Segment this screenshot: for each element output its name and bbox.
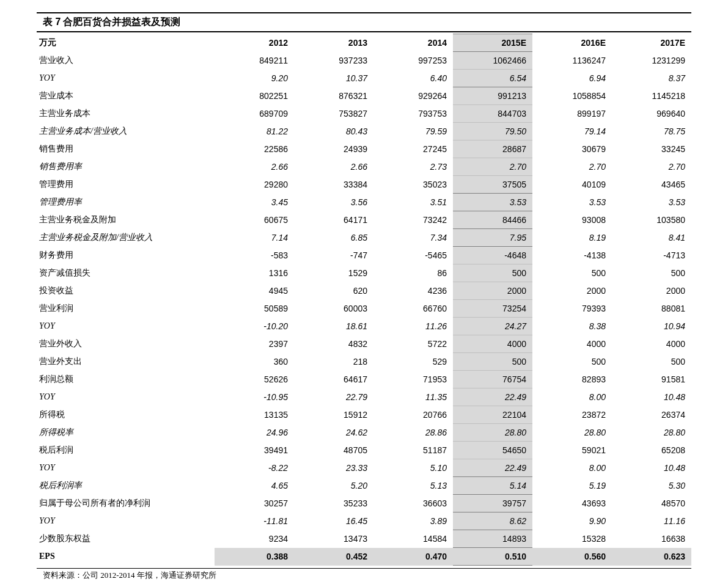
cell-y2013: 4832	[294, 335, 373, 353]
cell-y2012: 1316	[215, 264, 294, 282]
cell-y2012: 13135	[215, 406, 294, 424]
cell-y2017: 103580	[612, 211, 691, 229]
cell-label: YOY	[37, 70, 215, 87]
cell-y2013: 218	[294, 353, 373, 371]
cell-y2014: 86	[373, 264, 453, 282]
table-row: 主营业务税金及附加6067564171732428446693008103580	[37, 211, 691, 229]
cell-y2012: -11.81	[215, 512, 294, 530]
cell-y2017: 10.94	[612, 318, 691, 335]
col-2014: 2014	[373, 34, 453, 52]
cell-y2014: 11.35	[373, 388, 453, 406]
cell-y2016: 8.00	[532, 459, 612, 477]
cell-y2014: 7.34	[373, 229, 453, 247]
table-row: 主营业务成本6897097538277937538447038991979696…	[37, 105, 691, 123]
page-container: 表 7 合肥百货合并损益表及预测 万元 2012 2013 2014 2015E…	[0, 0, 728, 587]
cell-y2014: 529	[373, 353, 453, 371]
cell-y2016: 43693	[532, 495, 612, 512]
cell-y2016: 59021	[532, 442, 612, 459]
cell-y2013: 64617	[294, 371, 373, 388]
cell-y2015: 8.62	[453, 512, 532, 530]
cell-y2013: 22.79	[294, 388, 373, 406]
table-row: YOY-11.8116.453.898.629.9011.16	[37, 512, 691, 530]
cell-label: 投资收益	[37, 282, 215, 300]
cell-y2017: 65208	[612, 442, 691, 459]
cell-y2017: 1145218	[612, 87, 691, 105]
cell-y2015: 991213	[453, 87, 532, 105]
table-row: YOY-8.2223.335.1022.498.0010.48	[37, 459, 691, 477]
cell-y2014: 997253	[373, 52, 453, 70]
cell-y2013: -747	[294, 247, 373, 264]
cell-y2017: 26374	[612, 406, 691, 424]
cell-y2017: 91581	[612, 371, 691, 388]
cell-y2012: 802251	[215, 87, 294, 105]
cell-y2013: 35233	[294, 495, 373, 512]
cell-y2017: 2000	[612, 282, 691, 300]
table-row: 营业外收入239748325722400040004000	[37, 335, 691, 353]
cell-y2015: 2.70	[453, 158, 532, 176]
cell-y2013: 33384	[294, 176, 373, 194]
table-row: 所得税131351591220766221042387226374	[37, 406, 691, 424]
cell-y2016: 2000	[532, 282, 612, 300]
cell-y2014: 35023	[373, 176, 453, 194]
cell-y2014: 14584	[373, 530, 453, 548]
cell-y2012: 4.65	[215, 477, 294, 495]
cell-y2017: 3.53	[612, 194, 691, 211]
table-row: YOY-10.9522.7911.3522.498.0010.48	[37, 388, 691, 406]
cell-y2012: -583	[215, 247, 294, 264]
cell-y2013: 2.66	[294, 158, 373, 176]
cell-y2017: 1231299	[612, 52, 691, 70]
cell-y2017: 4000	[612, 335, 691, 353]
cell-y2013: 13473	[294, 530, 373, 548]
cell-y2015: 2000	[453, 282, 532, 300]
cell-y2016: 93008	[532, 211, 612, 229]
cell-y2013: 753827	[294, 105, 373, 123]
cell-y2013: 64171	[294, 211, 373, 229]
cell-y2012: 4945	[215, 282, 294, 300]
cell-y2015: 844703	[453, 105, 532, 123]
cell-y2012: 360	[215, 353, 294, 371]
table-row: 税后利润394914870551187546505902165208	[37, 442, 691, 459]
cell-y2013: 60003	[294, 300, 373, 318]
eps-y2017: 0.623	[612, 548, 691, 566]
cell-y2012: 39491	[215, 442, 294, 459]
cell-y2013: 937233	[294, 52, 373, 70]
cell-y2016: 899197	[532, 105, 612, 123]
cell-y2015: 73254	[453, 300, 532, 318]
cell-y2012: 7.14	[215, 229, 294, 247]
cell-y2014: 5.10	[373, 459, 453, 477]
cell-y2016: 500	[532, 353, 612, 371]
cell-y2014: 6.40	[373, 70, 453, 87]
cell-y2016: 5.19	[532, 477, 612, 495]
cell-y2014: 4236	[373, 282, 453, 300]
cell-label: 所得税率	[37, 424, 215, 442]
cell-y2017: 8.41	[612, 229, 691, 247]
cell-y2017: 78.75	[612, 123, 691, 140]
cell-label: 主营业务成本	[37, 105, 215, 123]
table-title-bar: 表 7 合肥百货合并损益表及预测	[37, 12, 691, 32]
cell-y2012: -8.22	[215, 459, 294, 477]
cell-y2012: 2397	[215, 335, 294, 353]
cell-y2017: 2.70	[612, 158, 691, 176]
cell-y2012: 30257	[215, 495, 294, 512]
cell-y2013: 23.33	[294, 459, 373, 477]
table-row: 所得税率24.9624.6228.8628.8028.8028.80	[37, 424, 691, 442]
cell-label: 税后利润	[37, 442, 215, 459]
cell-label: YOY	[37, 318, 215, 335]
cell-y2013: 10.37	[294, 70, 373, 87]
cell-y2014: 5.13	[373, 477, 453, 495]
cell-label: 归属于母公司所有者的净利润	[37, 495, 215, 512]
cell-y2015: 84466	[453, 211, 532, 229]
cell-label: 利润总额	[37, 371, 215, 388]
cell-y2013: 876321	[294, 87, 373, 105]
eps-y2014: 0.470	[373, 548, 453, 566]
cell-y2015: 500	[453, 264, 532, 282]
cell-y2015: 14893	[453, 530, 532, 548]
cell-label: 销售费用	[37, 140, 215, 158]
cell-y2013: 6.85	[294, 229, 373, 247]
cell-label: 营业外收入	[37, 335, 215, 353]
cell-y2016: -4138	[532, 247, 612, 264]
table-row: 主营业务税金及附加/营业收入7.146.857.347.958.198.41	[37, 229, 691, 247]
cell-y2017: 500	[612, 353, 691, 371]
cell-y2012: 689709	[215, 105, 294, 123]
cell-label: 营业利润	[37, 300, 215, 318]
